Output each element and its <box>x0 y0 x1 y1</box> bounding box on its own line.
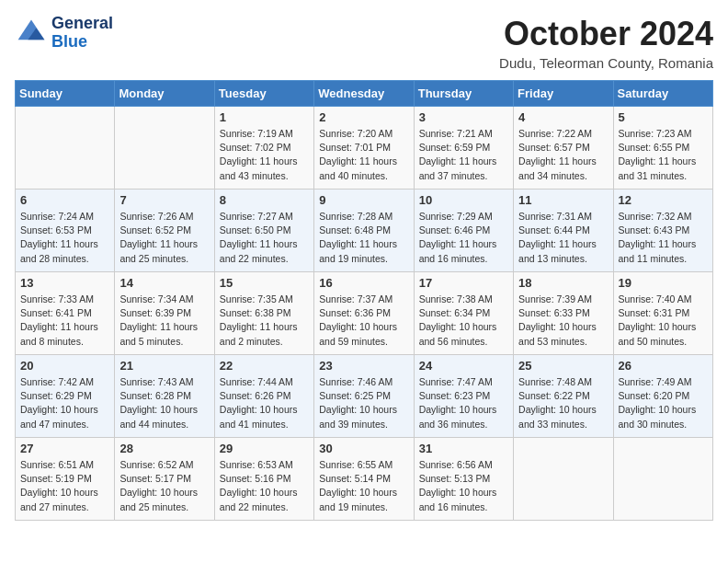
sunrise: Sunrise: 7:22 AM <box>518 128 592 139</box>
page-header: General Blue October 2024 Dudu, Teleorma… <box>15 15 713 71</box>
sunset: Sunset: 6:57 PM <box>518 142 590 153</box>
cell-content: Sunrise: 7:33 AM Sunset: 6:41 PM Dayligh… <box>20 293 109 349</box>
sunrise: Sunrise: 7:47 AM <box>419 376 493 387</box>
cell-content: Sunrise: 6:55 AM Sunset: 5:14 PM Dayligh… <box>319 458 408 514</box>
calendar-cell: 20 Sunrise: 7:42 AM Sunset: 6:29 PM Dayl… <box>16 355 115 438</box>
sunrise: Sunrise: 7:37 AM <box>319 293 392 304</box>
day-number: 11 <box>518 193 608 207</box>
cell-content: Sunrise: 6:51 AM Sunset: 5:19 PM Dayligh… <box>20 458 109 514</box>
day-number: 14 <box>119 276 209 290</box>
sunset: Sunset: 7:01 PM <box>319 142 391 153</box>
cell-content: Sunrise: 7:27 AM Sunset: 6:50 PM Dayligh… <box>220 210 309 266</box>
calendar-cell: 29 Sunrise: 6:53 AM Sunset: 5:16 PM Dayl… <box>214 438 313 521</box>
calendar-cell: 5 Sunrise: 7:23 AM Sunset: 6:55 PM Dayli… <box>613 107 712 190</box>
calendar-cell: 4 Sunrise: 7:22 AM Sunset: 6:57 PM Dayli… <box>514 107 613 190</box>
calendar-cell: 13 Sunrise: 7:33 AM Sunset: 6:41 PM Dayl… <box>16 272 115 355</box>
daylight: Daylight: 11 hours and 16 minutes. <box>419 238 497 263</box>
calendar-cell: 23 Sunrise: 7:46 AM Sunset: 6:25 PM Dayl… <box>314 355 414 438</box>
sunrise: Sunrise: 7:20 AM <box>319 128 392 139</box>
day-number: 28 <box>119 442 209 455</box>
cell-content: Sunrise: 7:34 AM Sunset: 6:39 PM Dayligh… <box>119 293 209 349</box>
cell-content: Sunrise: 7:48 AM Sunset: 6:22 PM Dayligh… <box>518 375 608 431</box>
daylight: Daylight: 10 hours and 33 minutes. <box>518 404 597 429</box>
sunrise: Sunrise: 7:46 AM <box>319 376 392 387</box>
calendar-cell: 3 Sunrise: 7:21 AM Sunset: 6:59 PM Dayli… <box>414 107 513 190</box>
sunset: Sunset: 6:48 PM <box>319 224 391 236</box>
cell-content: Sunrise: 7:29 AM Sunset: 6:46 PM Dayligh… <box>419 210 508 266</box>
title-block: October 2024 Dudu, Teleorman County, Rom… <box>499 15 713 71</box>
day-number: 7 <box>119 193 209 207</box>
sunset: Sunset: 5:16 PM <box>220 473 291 484</box>
sunset: Sunset: 6:31 PM <box>619 307 690 318</box>
sunset: Sunset: 6:55 PM <box>619 142 690 153</box>
day-number: 24 <box>419 359 508 373</box>
daylight: Daylight: 11 hours and 11 minutes. <box>619 238 697 263</box>
daylight: Daylight: 11 hours and 2 minutes. <box>220 321 298 346</box>
calendar-cell: 11 Sunrise: 7:31 AM Sunset: 6:44 PM Dayl… <box>514 190 613 272</box>
cell-content: Sunrise: 7:47 AM Sunset: 6:23 PM Dayligh… <box>419 375 508 431</box>
sunset: Sunset: 6:59 PM <box>419 142 491 153</box>
day-number: 22 <box>220 359 309 373</box>
cell-content: Sunrise: 7:20 AM Sunset: 7:01 PM Dayligh… <box>319 127 408 183</box>
calendar-cell: 16 Sunrise: 7:37 AM Sunset: 6:36 PM Dayl… <box>314 272 414 355</box>
cell-content: Sunrise: 7:21 AM Sunset: 6:59 PM Dayligh… <box>419 127 508 183</box>
sunset: Sunset: 5:17 PM <box>119 473 191 484</box>
weekday-header-thursday: Thursday <box>414 81 513 107</box>
daylight: Daylight: 10 hours and 47 minutes. <box>20 404 98 429</box>
daylight: Daylight: 11 hours and 8 minutes. <box>20 321 98 346</box>
weekday-header-tuesday: Tuesday <box>214 81 313 107</box>
cell-content: Sunrise: 6:53 AM Sunset: 5:16 PM Dayligh… <box>220 458 309 514</box>
calendar-table: SundayMondayTuesdayWednesdayThursdayFrid… <box>15 80 713 521</box>
cell-content: Sunrise: 7:42 AM Sunset: 6:29 PM Dayligh… <box>20 375 109 431</box>
cell-content: Sunrise: 7:39 AM Sunset: 6:33 PM Dayligh… <box>518 293 608 349</box>
cell-content: Sunrise: 6:52 AM Sunset: 5:17 PM Dayligh… <box>119 458 209 514</box>
calendar-week-1: 1 Sunrise: 7:19 AM Sunset: 7:02 PM Dayli… <box>16 107 713 190</box>
daylight: Daylight: 10 hours and 30 minutes. <box>619 404 697 429</box>
sunset: Sunset: 6:26 PM <box>220 390 291 401</box>
weekday-header-saturday: Saturday <box>613 81 712 107</box>
daylight: Daylight: 11 hours and 37 minutes. <box>419 155 497 180</box>
day-number: 1 <box>220 110 309 124</box>
day-number: 8 <box>220 193 309 207</box>
month-title: October 2024 <box>499 15 713 53</box>
sunset: Sunset: 6:36 PM <box>319 307 391 318</box>
sunrise: Sunrise: 7:24 AM <box>20 211 94 222</box>
calendar-cell: 22 Sunrise: 7:44 AM Sunset: 6:26 PM Dayl… <box>214 355 313 438</box>
sunrise: Sunrise: 7:43 AM <box>119 376 193 387</box>
sunrise: Sunrise: 7:26 AM <box>119 211 193 222</box>
calendar-cell <box>613 438 712 521</box>
sunrise: Sunrise: 6:51 AM <box>20 459 94 470</box>
sunset: Sunset: 6:33 PM <box>518 307 590 318</box>
sunset: Sunset: 6:25 PM <box>319 390 391 401</box>
calendar-cell: 15 Sunrise: 7:35 AM Sunset: 6:38 PM Dayl… <box>214 272 313 355</box>
daylight: Daylight: 10 hours and 16 minutes. <box>419 487 497 511</box>
sunrise: Sunrise: 6:56 AM <box>419 459 493 470</box>
weekday-header-row: SundayMondayTuesdayWednesdayThursdayFrid… <box>16 81 713 107</box>
calendar-cell: 24 Sunrise: 7:47 AM Sunset: 6:23 PM Dayl… <box>414 355 513 438</box>
calendar-week-3: 13 Sunrise: 7:33 AM Sunset: 6:41 PM Dayl… <box>16 272 713 355</box>
sunrise: Sunrise: 7:31 AM <box>518 211 592 222</box>
day-number: 16 <box>319 276 408 290</box>
day-number: 25 <box>518 359 608 373</box>
day-number: 15 <box>220 276 309 290</box>
daylight: Daylight: 11 hours and 13 minutes. <box>518 238 597 263</box>
daylight: Daylight: 10 hours and 22 minutes. <box>220 487 298 511</box>
day-number: 2 <box>319 110 408 124</box>
sunrise: Sunrise: 7:34 AM <box>119 293 193 304</box>
cell-content: Sunrise: 7:49 AM Sunset: 6:20 PM Dayligh… <box>619 375 708 431</box>
calendar-week-2: 6 Sunrise: 7:24 AM Sunset: 6:53 PM Dayli… <box>16 190 713 272</box>
daylight: Daylight: 11 hours and 43 minutes. <box>220 155 298 180</box>
sunset: Sunset: 6:46 PM <box>419 224 491 236</box>
cell-content: Sunrise: 7:46 AM Sunset: 6:25 PM Dayligh… <box>319 375 408 431</box>
weekday-header-monday: Monday <box>115 81 214 107</box>
sunset: Sunset: 6:44 PM <box>518 224 590 236</box>
sunrise: Sunrise: 6:53 AM <box>220 459 293 470</box>
weekday-header-sunday: Sunday <box>16 81 115 107</box>
day-number: 18 <box>518 276 608 290</box>
calendar-week-4: 20 Sunrise: 7:42 AM Sunset: 6:29 PM Dayl… <box>16 355 713 438</box>
sunset: Sunset: 6:52 PM <box>119 224 191 236</box>
day-number: 31 <box>419 442 508 455</box>
sunset: Sunset: 6:22 PM <box>518 390 590 401</box>
calendar-cell <box>115 107 214 190</box>
sunrise: Sunrise: 7:27 AM <box>220 211 293 222</box>
